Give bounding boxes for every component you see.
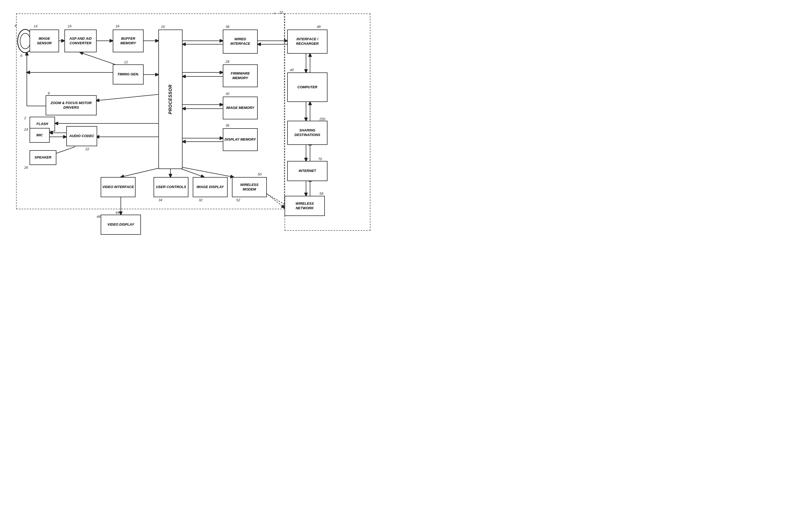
audio-codec-box: AUDIO CODEC bbox=[66, 126, 97, 146]
label-38: 38 bbox=[225, 25, 229, 29]
wired-interface-box: WIRED INTERFACE bbox=[223, 30, 258, 54]
buffer-memory-box: BUFFER MEMORY bbox=[113, 30, 144, 52]
label-2: 2 bbox=[24, 116, 26, 120]
label-24: 24 bbox=[24, 128, 28, 131]
label-28: 28 bbox=[225, 60, 229, 63]
label-16: 16 bbox=[68, 24, 71, 28]
label-10-bracket: ⌐ bbox=[274, 11, 276, 16]
sharing-destinations-box: SHARING DESTINATIONS bbox=[287, 121, 328, 145]
label-44: 44 bbox=[115, 211, 119, 215]
diagram-container: 10 ⌐ 4 6 IMAGE SENSOR 14 ASP AND A/D CON… bbox=[0, 0, 376, 255]
label-250: 250 bbox=[319, 117, 325, 121]
label-22: 22 bbox=[85, 147, 89, 151]
wireless-modem-box: WIRELESS MODEM bbox=[232, 177, 267, 197]
wireless-network-box: WIRELESS NETWORK bbox=[284, 196, 325, 216]
label-18: 18 bbox=[115, 24, 119, 28]
mic-box: MIC bbox=[30, 128, 50, 143]
internet-box: INTERNET bbox=[287, 161, 328, 181]
image-display-box: IMAGE DISPLAY bbox=[193, 177, 228, 197]
firmware-memory-box: FIRMWARE MEMORY bbox=[223, 64, 258, 87]
label-10: 10 bbox=[279, 10, 283, 14]
label-26: 26 bbox=[24, 166, 28, 170]
computer-box: COMPUTER bbox=[287, 72, 328, 102]
image-sensor-box: IMAGE SENSOR bbox=[30, 30, 59, 52]
label-52: 52 bbox=[236, 198, 240, 202]
label-8: 8 bbox=[48, 91, 50, 95]
label-6: 6 bbox=[20, 54, 22, 58]
label-20: 20 bbox=[161, 25, 165, 29]
label-34: 34 bbox=[159, 198, 162, 202]
user-controls-box: USER CONTROLS bbox=[153, 177, 188, 197]
label-4: 4 bbox=[15, 24, 16, 27]
label-12: 12 bbox=[124, 60, 128, 64]
image-memory-box: IMAGE MEMORY bbox=[223, 97, 258, 119]
display-memory-box: DISPLAY MEMORY bbox=[223, 128, 258, 151]
label-30: 30 bbox=[225, 92, 229, 96]
interface-recharger-box: INTERFACE / RECHARGER bbox=[287, 30, 328, 54]
asp-converter-box: ASP AND A/D CONVERTER bbox=[65, 30, 97, 52]
processor-box: PROCESSOR bbox=[159, 30, 183, 169]
label-58: 58 bbox=[319, 192, 323, 195]
lens-inner-circle bbox=[20, 33, 31, 49]
zoom-focus-box: ZOOM & FOCUS MOTOR DRIVERS bbox=[45, 95, 97, 115]
video-display-box: VIDEO DISPLAY bbox=[101, 215, 141, 235]
speaker-box: SPEAKER bbox=[30, 150, 56, 165]
label-14: 14 bbox=[34, 24, 37, 28]
label-70: 70 bbox=[318, 157, 322, 161]
timing-gen-box: TIMING GEN. bbox=[113, 64, 144, 84]
label-40: 40 bbox=[290, 68, 294, 72]
label-50: 50 bbox=[258, 172, 261, 176]
label-48: 48 bbox=[317, 25, 320, 29]
label-32: 32 bbox=[199, 198, 202, 202]
label-36: 36 bbox=[225, 124, 229, 128]
video-interface-box: VIDEO INTERFACE bbox=[101, 177, 135, 197]
label-46: 46 bbox=[97, 215, 100, 218]
